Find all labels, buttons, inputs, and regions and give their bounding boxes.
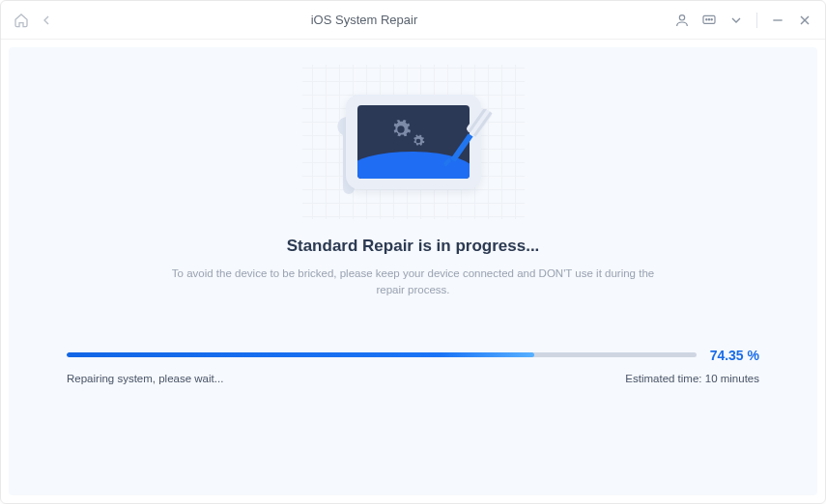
status-left-text: Repairing system, please wait...: [67, 373, 223, 384]
svg-marker-12: [443, 157, 451, 167]
account-icon[interactable]: [673, 12, 691, 29]
progress-heading: Standard Repair is in progress...: [287, 237, 540, 256]
app-window: iOS System Repair: [0, 0, 826, 504]
screwdriver-icon: [438, 109, 498, 175]
titlebar: iOS System Repair: [1, 1, 825, 40]
progress-fill: [67, 352, 534, 357]
window-title: iOS System Repair: [55, 13, 673, 27]
feedback-icon[interactable]: [700, 12, 718, 29]
svg-point-2: [706, 18, 707, 19]
main-content: Standard Repair is in progress... To avo…: [9, 47, 817, 495]
close-icon[interactable]: [796, 12, 813, 29]
svg-rect-11: [450, 133, 472, 162]
svg-point-4: [711, 18, 712, 19]
progress-percent-label: 74.35 %: [710, 348, 759, 363]
minimize-icon[interactable]: [769, 12, 786, 29]
progress-bar-row: 74.35 %: [67, 348, 759, 363]
gear-small-icon: [412, 134, 425, 148]
progress-status-row: Repairing system, please wait... Estimat…: [67, 373, 759, 384]
repair-illustration: [302, 65, 525, 219]
svg-point-0: [679, 14, 684, 19]
titlebar-separator: [756, 13, 757, 28]
back-icon[interactable]: [38, 12, 55, 29]
gear-icon: [390, 119, 412, 140]
progress-subtext: To avoid the device to be bricked, pleas…: [162, 266, 665, 299]
svg-point-3: [708, 18, 709, 19]
progress-track: [67, 352, 697, 357]
chevron-down-icon[interactable]: [727, 12, 745, 29]
home-icon[interactable]: [13, 12, 30, 29]
status-right-text: Estimated time: 10 minutes: [625, 373, 759, 384]
